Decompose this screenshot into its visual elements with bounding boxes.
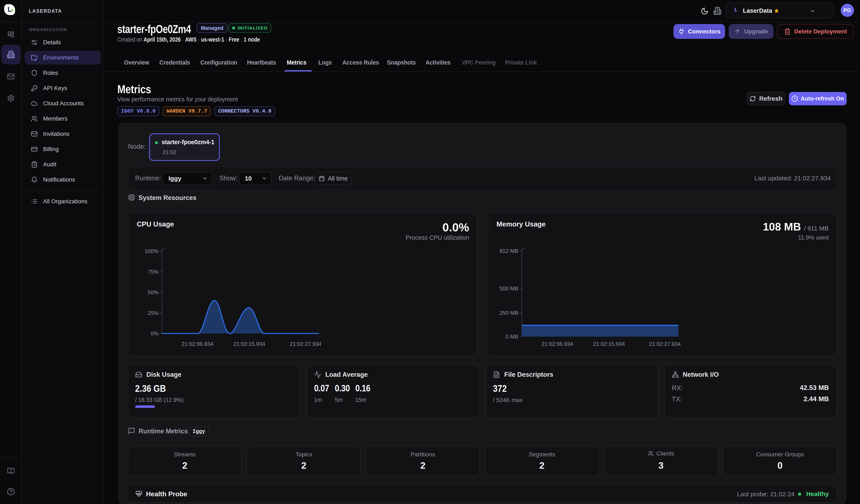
svg-text:0 MB: 0 MB (505, 333, 518, 340)
svg-text:75%: 75% (148, 269, 159, 275)
svg-text:21:02:15.934: 21:02:15.934 (233, 341, 265, 347)
svg-text:21:02:06.934: 21:02:06.934 (542, 341, 573, 347)
svg-text:0%: 0% (150, 330, 159, 337)
svg-text:100%: 100% (145, 248, 159, 254)
svg-text:500 MB: 500 MB (499, 285, 518, 292)
svg-text:912 MB: 912 MB (499, 248, 518, 254)
svg-text:50%: 50% (148, 289, 159, 295)
svg-text:21:02:15.934: 21:02:15.934 (593, 341, 625, 347)
svg-text:21:02:27.934: 21:02:27.934 (290, 341, 321, 347)
svg-text:25%: 25% (148, 310, 159, 316)
svg-text:21:02:06.934: 21:02:06.934 (182, 341, 213, 347)
svg-text:21:02:27.934: 21:02:27.934 (649, 341, 680, 347)
svg-text:250 MB: 250 MB (499, 310, 518, 316)
